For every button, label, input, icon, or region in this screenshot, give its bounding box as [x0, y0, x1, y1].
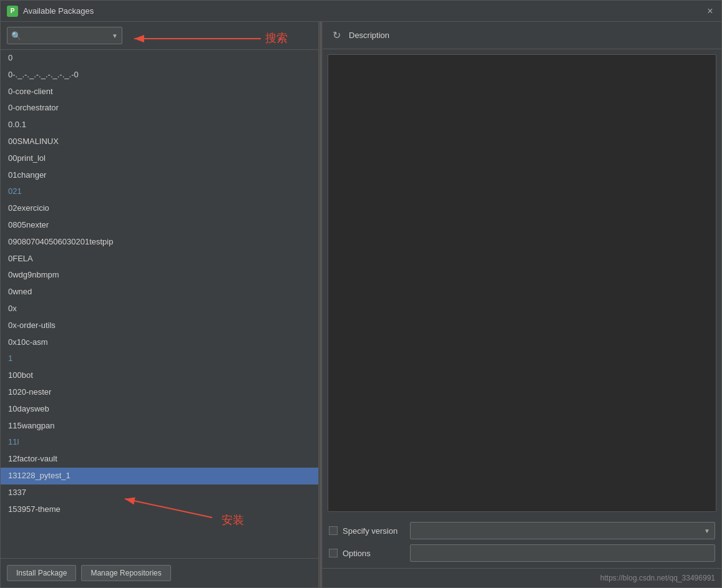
list-item[interactable]: 153957-theme [1, 501, 318, 518]
list-item[interactable]: 131228_pytest_1 [1, 468, 318, 484]
list-item[interactable]: 0wdg9nbmpm [1, 267, 318, 284]
install-package-button[interactable]: Install Package [7, 565, 76, 581]
specify-version-row: Specify version ▼ [329, 522, 715, 539]
list-item[interactable]: 0wned [1, 284, 318, 301]
manage-repositories-button[interactable]: Manage Repositories [81, 565, 170, 581]
search-input[interactable] [24, 31, 109, 41]
list-item[interactable]: 11l [1, 434, 318, 451]
list-item[interactable]: 02exercicio [1, 200, 318, 217]
description-header: ↻ Description [323, 22, 721, 49]
list-item[interactable]: 1020-nester [1, 384, 318, 401]
list-item[interactable]: 090807040506030201testpip [1, 234, 318, 251]
list-item[interactable]: 021 [1, 183, 318, 200]
list-item[interactable]: 0805nexter [1, 217, 318, 234]
search-dropdown-arrow-icon[interactable]: ▼ [112, 32, 118, 39]
description-label: Description [349, 31, 389, 40]
list-item[interactable]: 0-._.-._.-._.-._.-._.-0 [1, 67, 318, 84]
list-item[interactable]: 1337 [1, 484, 318, 501]
list-item[interactable]: 115wangpan [1, 418, 318, 435]
version-dropdown-wrapper: ▼ [410, 522, 715, 539]
list-item[interactable]: 0-orchestrator [1, 100, 318, 117]
title-bar: P Available Packages × [1, 1, 721, 22]
list-item[interactable]: 0x [1, 301, 318, 317]
list-item[interactable]: 00print_lol [1, 150, 318, 167]
options-label: Options [343, 549, 405, 558]
list-item[interactable]: 0.0.1 [1, 117, 318, 133]
left-panel: 🔍 ▼ 00-._.-._.-._.-._.-._.-00-core-clien… [1, 22, 319, 587]
right-panel: ↻ Description Specify version ▼ [323, 22, 721, 587]
refresh-button[interactable]: ↻ [329, 28, 344, 43]
list-item[interactable]: 0x10c-asm [1, 334, 318, 351]
specify-version-checkbox[interactable] [329, 526, 338, 535]
list-item[interactable]: 0-core-client [1, 84, 318, 100]
search-input-wrapper[interactable]: 🔍 ▼ [7, 27, 122, 44]
options-row: Options [329, 544, 715, 562]
window-title: Available Packages [23, 6, 94, 16]
close-button[interactable]: × [705, 6, 715, 16]
footer-url: https://blog.csdn.net/qq_33496991 [600, 574, 715, 582]
list-item[interactable]: 01changer [1, 167, 318, 184]
app-icon: P [7, 6, 18, 17]
list-item[interactable]: 10daysweb [1, 401, 318, 418]
bottom-bar-left: Install Package Manage Repositories [1, 558, 318, 587]
version-dropdown[interactable] [410, 522, 715, 539]
list-item[interactable]: 12factor-vault [1, 451, 318, 468]
search-icon[interactable]: 🔍 [11, 31, 21, 41]
list-item[interactable]: 0FELA [1, 251, 318, 267]
list-item[interactable]: 0 [1, 50, 318, 67]
list-item[interactable]: 1 [1, 350, 318, 367]
options-input[interactable] [410, 544, 715, 562]
list-item[interactable]: 100bot [1, 367, 318, 384]
search-bar: 🔍 ▼ [1, 22, 318, 50]
options-checkbox[interactable] [329, 549, 338, 557]
specify-version-label: Specify version [343, 526, 405, 536]
list-item[interactable]: 00SMALINUX [1, 133, 318, 150]
options-section: Specify version ▼ Options [323, 517, 721, 568]
package-list[interactable]: 00-._.-._.-._.-._.-._.-00-core-client0-o… [1, 50, 318, 558]
description-area [328, 54, 716, 512]
list-item[interactable]: 0x-order-utils [1, 317, 318, 334]
footer-status: https://blog.csdn.net/qq_33496991 [323, 568, 721, 587]
